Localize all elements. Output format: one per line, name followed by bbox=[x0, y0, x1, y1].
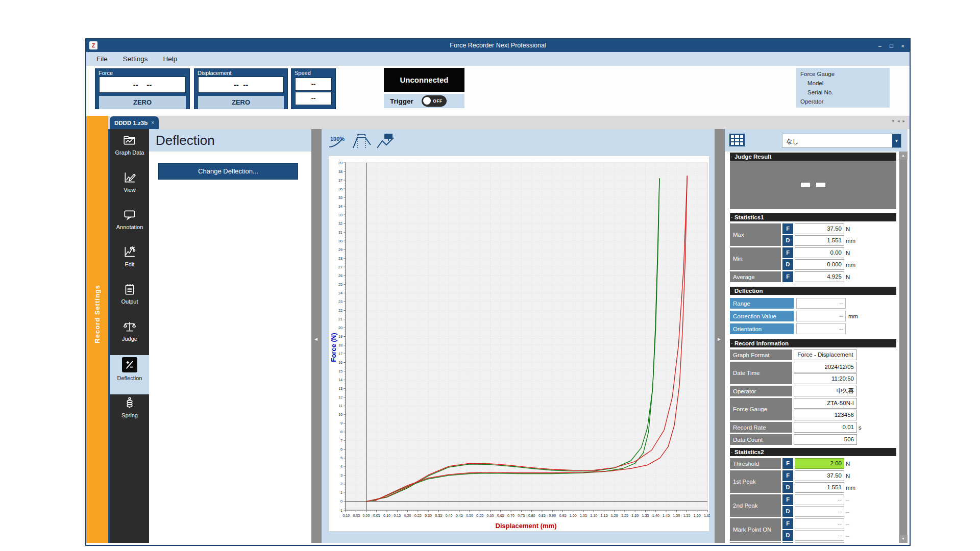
statistics2-header[interactable]: - Statistics2 bbox=[730, 448, 896, 456]
tab-strip-buttons: ▾ ◂ ▸ bbox=[892, 118, 905, 123]
collapse-left-icon[interactable]: ◄ bbox=[313, 336, 318, 342]
svg-text:0.25: 0.25 bbox=[414, 513, 422, 518]
force-displacement-chart[interactable]: -0.10-0.050.000.050.100.150.200.250.300.… bbox=[329, 156, 710, 532]
view-icon bbox=[123, 171, 136, 184]
min-force-value: 0.00 bbox=[795, 247, 844, 258]
svg-text:6: 6 bbox=[340, 447, 342, 452]
gauge-info-title: Force Gauge bbox=[796, 69, 890, 79]
connection-status: Unconnected bbox=[384, 68, 464, 92]
force-zero-button[interactable]: ZERO bbox=[99, 96, 186, 109]
svg-text:4: 4 bbox=[340, 464, 342, 469]
minimize-button[interactable]: – bbox=[878, 43, 881, 49]
svg-text:13: 13 bbox=[338, 386, 342, 391]
tab-document[interactable]: DDDD 1.z3b × bbox=[110, 116, 159, 129]
svg-text:1.25: 1.25 bbox=[621, 513, 628, 518]
svg-text:14: 14 bbox=[338, 378, 342, 382]
collapse-icon: - bbox=[731, 339, 732, 347]
tab-scroll-right-icon[interactable]: ▸ bbox=[902, 118, 905, 123]
unit-label: mm bbox=[846, 238, 859, 244]
displacement-chip: D bbox=[782, 506, 793, 517]
displacement-zero-button[interactable]: ZERO bbox=[198, 96, 284, 109]
stat-label: Threshold bbox=[730, 458, 781, 469]
scrollbar-thumb[interactable] bbox=[899, 160, 907, 535]
tab-scroll-left-icon[interactable]: ◂ bbox=[897, 118, 900, 123]
record-row-datetime: Date Time 2024/12/05 11:20:50 bbox=[730, 362, 896, 384]
svg-text:1.65: 1.65 bbox=[704, 513, 710, 518]
svg-text:33: 33 bbox=[338, 213, 342, 217]
graph-marker-button[interactable] bbox=[375, 132, 397, 151]
svg-text:1.00: 1.00 bbox=[570, 513, 577, 518]
scroll-up-icon[interactable]: ▲ bbox=[899, 152, 908, 160]
tab-menu-icon[interactable]: ▾ bbox=[892, 118, 894, 123]
svg-text:26: 26 bbox=[338, 273, 342, 278]
change-deflection-button[interactable]: Change Deflection... bbox=[158, 163, 298, 180]
menu-settings[interactable]: Settings bbox=[115, 52, 156, 66]
sidebar-item-spring[interactable]: Spring bbox=[110, 394, 149, 432]
live-readout-toolbar: Force -- -- ZERO Displacement -- -- ZERO… bbox=[86, 66, 910, 116]
unit-label: -- bbox=[846, 533, 859, 539]
correction-value-input[interactable]: -- bbox=[796, 311, 846, 321]
peak1-displacement-value: 1.551 bbox=[795, 482, 844, 493]
stat-row-min: Min F 0.00 N D 0.000 bbox=[730, 247, 896, 270]
svg-text:0.90: 0.90 bbox=[549, 513, 556, 518]
statistics1-header[interactable]: - Statistics1 bbox=[730, 213, 896, 221]
splitter-left[interactable]: ◄ bbox=[311, 129, 322, 543]
stat-row-threshold: Threshold F 2.00 N bbox=[730, 458, 896, 469]
results-scrollbar[interactable]: ▲ ▼ bbox=[899, 152, 908, 543]
collapse-right-icon[interactable]: ► bbox=[717, 336, 722, 342]
dropdown-value: なし bbox=[782, 137, 892, 145]
unit-label: mm bbox=[848, 313, 862, 319]
page-title: Deflection bbox=[156, 133, 215, 148]
judge-result-header[interactable]: - Judge Result bbox=[730, 153, 896, 161]
sidebar-item-output[interactable]: Output bbox=[110, 281, 149, 318]
sidebar-item-deflection[interactable]: Deflection bbox=[110, 355, 149, 394]
deflection-section-header[interactable]: - Deflection bbox=[730, 287, 896, 295]
sidebar-item-view[interactable]: View bbox=[110, 169, 149, 206]
zoom-100-button[interactable]: 100% bbox=[327, 132, 349, 151]
window-controls: – □ × bbox=[878, 39, 904, 52]
svg-text:15: 15 bbox=[338, 369, 342, 373]
force-meter-label: Force bbox=[95, 69, 189, 77]
trigger-label: Trigger bbox=[390, 97, 413, 105]
svg-text:0.65: 0.65 bbox=[497, 513, 504, 518]
judge-preset-dropdown[interactable]: なし ▼ bbox=[782, 134, 901, 148]
record-information-header[interactable]: - Record Information bbox=[730, 339, 896, 347]
tab-close-icon[interactable]: × bbox=[151, 120, 154, 126]
trigger-toggle[interactable]: OFF bbox=[422, 95, 447, 107]
orientation-input[interactable]: -- bbox=[796, 323, 846, 334]
sidebar-item-annotation[interactable]: Annotation bbox=[110, 206, 149, 243]
section-title: Statistics1 bbox=[734, 214, 764, 220]
scroll-down-icon[interactable]: ▼ bbox=[899, 535, 908, 543]
data-count-value: 506 bbox=[794, 434, 857, 445]
record-label: Date Time bbox=[730, 362, 792, 384]
threshold-force-input[interactable]: 2.00 bbox=[795, 458, 844, 469]
graph-data-icon bbox=[123, 134, 136, 147]
force-chip: F bbox=[782, 494, 793, 505]
close-button[interactable]: × bbox=[901, 43, 904, 49]
force-chip: F bbox=[782, 458, 793, 469]
table-icon[interactable] bbox=[729, 134, 745, 146]
range-select-button[interactable] bbox=[351, 132, 373, 151]
svg-text:1.50: 1.50 bbox=[673, 513, 680, 518]
svg-text:8: 8 bbox=[340, 430, 342, 434]
range-input[interactable]: -- bbox=[796, 298, 846, 309]
splitter-right[interactable]: ► bbox=[715, 129, 725, 543]
chevron-down-icon[interactable]: ▼ bbox=[892, 134, 901, 147]
force-chip: F bbox=[782, 542, 793, 543]
sidebar-item-edit[interactable]: Edit bbox=[110, 243, 149, 281]
menu-file[interactable]: File bbox=[89, 52, 115, 66]
settings-sidebar: Graph Data View bbox=[108, 129, 149, 543]
maximize-button[interactable]: □ bbox=[890, 43, 893, 49]
gauge-serial-value: 123456 bbox=[794, 410, 857, 420]
max-displacement-value: 1.551 bbox=[795, 235, 844, 246]
sidebar-item-label: View bbox=[124, 187, 136, 193]
sidebar-item-graph-data[interactable]: Graph Data bbox=[110, 132, 149, 169]
record-settings-rail[interactable]: Record Settings bbox=[86, 116, 108, 543]
record-label: Force Gauge bbox=[730, 398, 792, 420]
section-title: Statistics2 bbox=[734, 449, 764, 455]
record-row-force-gauge: Force Gauge ZTA-50N-I 123456 bbox=[730, 398, 896, 420]
workspace: Record Settings DDDD 1.z3b × ▾ ◂ ▸ bbox=[86, 116, 910, 543]
menu-help[interactable]: Help bbox=[156, 52, 185, 66]
sidebar-item-label: Spring bbox=[121, 412, 138, 418]
sidebar-item-judge[interactable]: Judge bbox=[110, 318, 149, 355]
